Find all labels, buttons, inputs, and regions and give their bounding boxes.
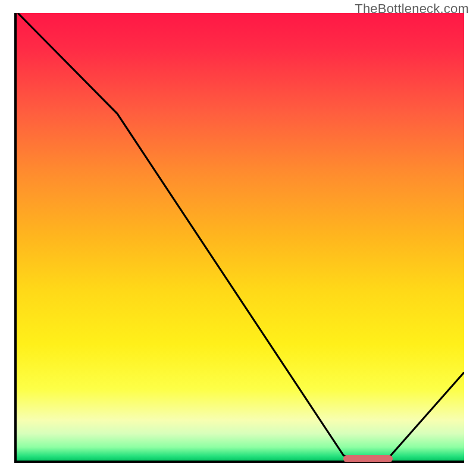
bottleneck-curve: [17, 13, 464, 461]
plot-area: [14, 13, 464, 463]
curve-path: [18, 13, 464, 458]
optimal-range-marker: [343, 455, 393, 462]
